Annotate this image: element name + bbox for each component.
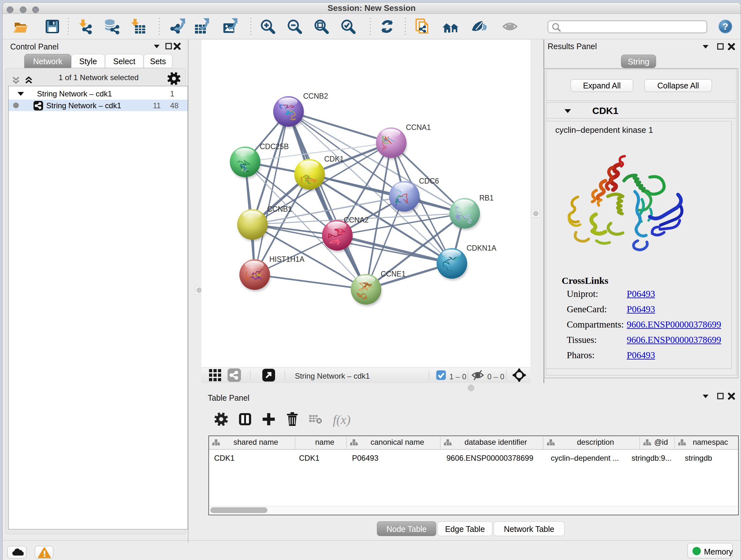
svg-text:HIST1H1A: HIST1H1A: [269, 255, 305, 263]
svg-text:CDKN1A: CDKN1A: [467, 244, 496, 252]
svg-text:CCNB1: CCNB1: [267, 205, 292, 213]
svg-text:CDC6: CDC6: [419, 177, 439, 185]
svg-text:RB1: RB1: [479, 194, 494, 202]
svg-text:CCNB2: CCNB2: [303, 92, 328, 100]
svg-text:?: ?: [723, 21, 728, 32]
svg-text:CCNA1: CCNA1: [406, 123, 431, 132]
svg-text:CCNA2: CCNA2: [344, 216, 368, 224]
svg-text:CDC25B: CDC25B: [260, 142, 289, 151]
svg-text:CDK1: CDK1: [324, 155, 344, 163]
svg-text:CCNE1: CCNE1: [381, 270, 406, 278]
